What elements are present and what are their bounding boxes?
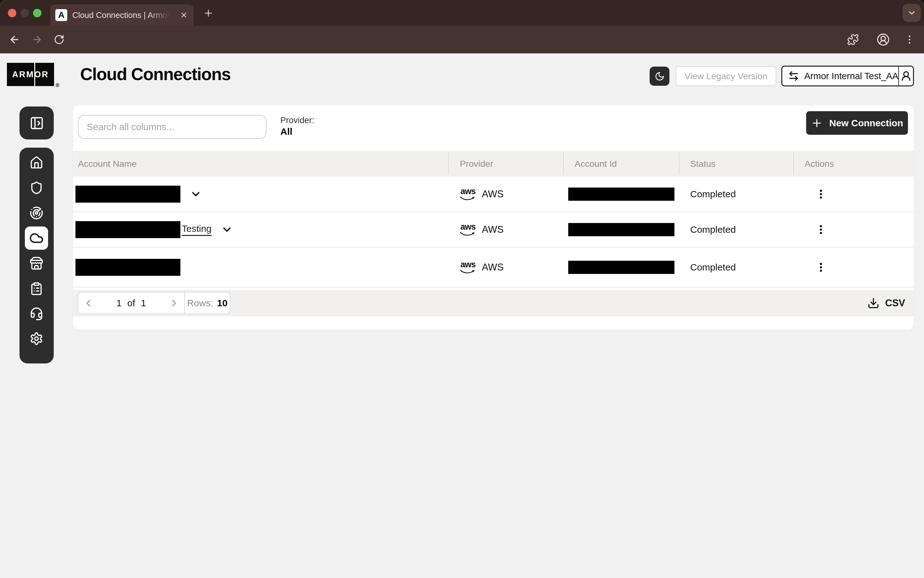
back-button[interactable] (8, 26, 21, 54)
window-minimize-button[interactable] (20, 9, 29, 17)
extensions-puzzle-icon[interactable] (846, 26, 860, 54)
page-content: ARMOR ® Cloud Connections View Legacy Ve… (0, 54, 924, 578)
window-close-button[interactable] (8, 9, 16, 17)
provider-name: AWS (482, 188, 503, 200)
account-id-cell (568, 248, 675, 287)
account-name-cell: Testing (75, 212, 233, 247)
view-legacy-version-button[interactable]: View Legacy Version (676, 66, 776, 86)
kebab-menu-icon (815, 188, 827, 200)
column-divider (679, 153, 680, 175)
view-legacy-version-label: View Legacy Version (685, 71, 768, 81)
sidebar-nav (20, 148, 54, 364)
column-status[interactable]: Status (690, 151, 716, 177)
next-page-button[interactable] (164, 298, 184, 308)
column-provider[interactable]: Provider (460, 151, 493, 177)
sidebar-item-settings[interactable] (27, 329, 46, 348)
row-actions-menu[interactable] (815, 212, 827, 247)
forward-button[interactable] (30, 26, 44, 54)
sidebar-toggle-button[interactable] (20, 107, 54, 140)
provider-name: AWS (482, 224, 503, 235)
aws-logo-icon: aws (460, 260, 476, 274)
shield-icon (29, 181, 43, 195)
armor-favicon-icon: A (55, 9, 67, 21)
tab-strip: A Cloud Connections | Armor Ne (0, 0, 924, 26)
aws-logo-icon: aws (460, 187, 476, 201)
table-row: aws AWS Completed (73, 177, 914, 212)
aws-logo-icon: aws (460, 223, 476, 237)
account-id-cell (568, 212, 675, 247)
tab-search-button[interactable] (903, 4, 921, 22)
swap-arrows-icon (788, 70, 799, 82)
dark-mode-toggle-button[interactable] (650, 67, 669, 86)
account-switcher-label: Armor Internal Test_AA (804, 71, 898, 81)
column-account-name[interactable]: Account Name (78, 151, 137, 177)
search-input[interactable] (78, 115, 267, 139)
page-title: Cloud Connections (80, 64, 231, 84)
pagination-control: 1 of 1 Rows: 10 (78, 292, 230, 314)
column-account-id[interactable]: Account Id (574, 151, 617, 177)
chevron-down-icon[interactable] (221, 224, 233, 235)
redacted-account-id (568, 261, 675, 274)
cloud-connections-card: Provider: All New Connection Account Nam… (73, 105, 914, 330)
redacted-account-name (75, 259, 181, 276)
registered-mark: ® (55, 82, 60, 89)
profile-avatar-icon[interactable] (876, 26, 890, 54)
provider-filter[interactable]: Provider: All (280, 115, 314, 137)
window-zoom-button[interactable] (33, 9, 41, 17)
account-name-link[interactable]: Testing (182, 223, 211, 236)
armor-logo: ARMOR ® (7, 63, 54, 86)
browser-tab[interactable]: A Cloud Connections | Armor Ne (50, 5, 194, 26)
cloud-icon (29, 231, 44, 245)
status-cell: Completed (690, 212, 736, 247)
chevron-down-icon[interactable] (190, 188, 202, 200)
sidebar-item-support[interactable] (27, 304, 46, 323)
provider-filter-label: Provider: (280, 115, 314, 125)
headset-icon (29, 307, 43, 321)
account-id-cell (568, 177, 675, 211)
column-divider (448, 153, 449, 175)
provider-name: AWS (482, 262, 503, 273)
sidebar-item-security[interactable] (27, 178, 46, 198)
provider-cell: aws AWS (460, 212, 503, 247)
provider-cell: aws AWS (460, 177, 503, 211)
rows-per-page-value: 10 (217, 298, 227, 308)
sidebar-item-marketplace[interactable] (27, 253, 46, 273)
account-name-cell (75, 248, 181, 287)
new-connection-label: New Connection (829, 118, 903, 128)
export-csv-button[interactable]: CSV (867, 292, 905, 314)
row-actions-menu[interactable] (815, 177, 827, 211)
user-icon[interactable] (899, 70, 913, 82)
kebab-menu-icon (815, 223, 827, 236)
previous-page-button[interactable] (78, 298, 98, 308)
sidebar-item-detection[interactable] (27, 203, 46, 223)
column-divider (563, 153, 564, 175)
rows-per-page-control[interactable]: Rows: 10 (185, 292, 230, 313)
sidebar-item-home[interactable] (27, 153, 46, 172)
browser-menu-icon[interactable] (903, 26, 916, 54)
account-switcher-button[interactable]: Armor Internal Test_AA (781, 66, 914, 86)
chevron-left-icon (83, 298, 94, 308)
table-header: Account Name Provider Account Id Status … (73, 151, 914, 177)
redacted-account-name (75, 221, 181, 238)
redacted-account-id (568, 188, 675, 201)
sidebar-item-cloud-connections[interactable] (25, 226, 48, 250)
plus-icon (811, 117, 823, 129)
radar-icon (29, 206, 43, 220)
tab-close-icon[interactable] (179, 10, 189, 20)
table-body: aws AWS Completed Testing aws (73, 177, 914, 287)
table-row: aws AWS Completed (73, 248, 914, 287)
sidebar-item-reports[interactable] (27, 279, 46, 299)
armor-logo-divider (34, 63, 35, 86)
tab-title-fade (148, 5, 177, 26)
browser-toolbar: infrastructure.nexus.armor.com/connector… (0, 26, 924, 54)
new-tab-button[interactable] (202, 6, 215, 20)
provider-filter-value: All (280, 126, 314, 137)
reload-button[interactable] (52, 26, 66, 54)
column-actions: Actions (805, 151, 834, 177)
row-actions-menu[interactable] (815, 248, 827, 287)
current-page: 1 (116, 298, 122, 308)
status-value: Completed (690, 262, 736, 273)
new-connection-button[interactable]: New Connection (806, 111, 908, 135)
of-label: of (127, 298, 135, 308)
account-name-cell (75, 177, 202, 211)
